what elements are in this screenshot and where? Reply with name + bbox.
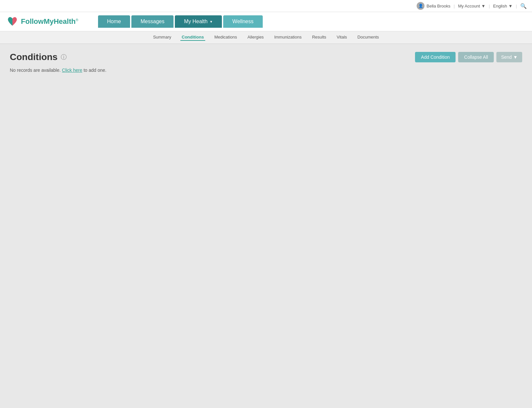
collapse-all-button[interactable]: Collapse All <box>458 52 494 62</box>
avatar-icon: 👤 <box>417 2 424 10</box>
subnav-medications[interactable]: Medications <box>213 34 238 41</box>
page-title-area: Conditions ⓘ <box>10 52 67 62</box>
nav-home[interactable]: Home <box>98 15 130 28</box>
logo-text: FollowMyHealth® <box>21 17 78 26</box>
username: Bella Brooks <box>426 4 450 8</box>
subnav-documents[interactable]: Documents <box>356 34 380 41</box>
separator3: | <box>516 4 517 8</box>
my-account-link[interactable]: My Account ▼ <box>458 4 486 8</box>
nav-myhealth-label: My Health <box>184 19 208 24</box>
action-buttons: Add Condition Collapse All Send ▼ <box>415 52 522 62</box>
english-caret-icon: ▼ <box>508 4 513 8</box>
logo-icon <box>7 16 18 27</box>
nav-messages[interactable]: Messages <box>131 15 174 28</box>
english-link[interactable]: English ▼ <box>493 4 513 8</box>
main-nav: Home Messages My Health ▼ Wellness <box>98 15 263 28</box>
subnav-immunizations[interactable]: Immunizations <box>273 34 303 41</box>
subnav-vitals[interactable]: Vitals <box>335 34 348 41</box>
add-condition-button[interactable]: Add Condition <box>415 52 456 62</box>
nav-myhealth-caret-icon: ▼ <box>209 20 213 24</box>
header: FollowMyHealth® Home Messages My Health … <box>0 12 532 31</box>
subnav-conditions[interactable]: Conditions <box>180 34 205 41</box>
send-button[interactable]: Send ▼ <box>496 52 522 62</box>
top-bar: 👤 Bella Brooks | My Account ▼ | English … <box>0 0 532 12</box>
page-header: Conditions ⓘ Add Condition Collapse All … <box>10 52 522 62</box>
subnav-allergies[interactable]: Allergies <box>246 34 265 41</box>
subnav-summary[interactable]: Summary <box>152 34 173 41</box>
search-icon[interactable]: 🔍 <box>520 3 527 9</box>
logo: FollowMyHealth® <box>7 16 78 27</box>
myaccount-caret-icon: ▼ <box>481 4 486 8</box>
subnav-results[interactable]: Results <box>311 34 327 41</box>
send-caret-icon: ▼ <box>513 55 518 60</box>
send-label: Send <box>501 55 512 60</box>
nav-wellness[interactable]: Wellness <box>223 15 263 28</box>
logo-myhealth: MyHealth <box>44 17 76 25</box>
info-icon[interactable]: ⓘ <box>61 53 67 61</box>
no-records-main: No records are available. <box>10 68 61 73</box>
english-label: English <box>493 4 507 8</box>
page-content: Conditions ⓘ Add Condition Collapse All … <box>0 44 532 87</box>
separator: | <box>454 4 455 8</box>
my-account-label: My Account <box>458 4 480 8</box>
logo-follow: Follow <box>21 17 44 25</box>
sub-nav: Summary Conditions Medications Allergies… <box>0 31 532 44</box>
click-here-link[interactable]: Click here <box>62 68 82 73</box>
no-records-text: No records are available. Click here to … <box>10 68 522 73</box>
nav-myhealth[interactable]: My Health ▼ <box>175 15 222 28</box>
separator2: | <box>489 4 490 8</box>
no-records-suffix: to add one. <box>84 68 107 73</box>
logo-trademark: ® <box>75 18 78 22</box>
page-title: Conditions <box>10 52 58 62</box>
